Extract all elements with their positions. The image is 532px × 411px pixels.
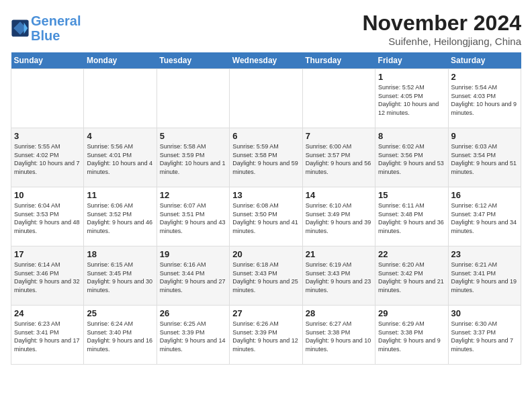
calendar-cell: 9Sunrise: 6:03 AM Sunset: 3:54 PM Daylig… bbox=[448, 128, 521, 187]
weekday-header-row: SundayMondayTuesdayWednesdayThursdayFrid… bbox=[11, 52, 521, 69]
day-number: 14 bbox=[306, 190, 372, 200]
calendar-cell bbox=[302, 69, 375, 128]
day-number: 6 bbox=[232, 131, 299, 141]
day-number: 28 bbox=[306, 308, 372, 318]
calendar-cell: 4Sunrise: 5:56 AM Sunset: 4:01 PM Daylig… bbox=[84, 128, 157, 187]
day-detail: Sunrise: 6:27 AM Sunset: 3:38 PM Dayligh… bbox=[306, 320, 372, 353]
day-number: 18 bbox=[87, 249, 153, 259]
calendar-table: SundayMondayTuesdayWednesdayThursdayFrid… bbox=[11, 52, 521, 365]
calendar-week-row: 1Sunrise: 5:52 AM Sunset: 4:05 PM Daylig… bbox=[11, 69, 521, 128]
calendar-cell bbox=[157, 69, 229, 128]
day-detail: Sunrise: 6:26 AM Sunset: 3:39 PM Dayligh… bbox=[232, 320, 299, 353]
day-detail: Sunrise: 6:29 AM Sunset: 3:38 PM Dayligh… bbox=[378, 320, 445, 353]
title-block: November 2024 Suifenhe, Heilongjiang, Ch… bbox=[362, 11, 521, 47]
logo-line2: Blue bbox=[31, 28, 60, 43]
calendar-cell: 12Sunrise: 6:07 AM Sunset: 3:51 PM Dayli… bbox=[157, 187, 229, 246]
day-detail: Sunrise: 5:54 AM Sunset: 4:03 PM Dayligh… bbox=[451, 83, 518, 117]
day-detail: Sunrise: 6:12 AM Sunset: 3:47 PM Dayligh… bbox=[451, 201, 518, 235]
day-detail: Sunrise: 6:20 AM Sunset: 3:42 PM Dayligh… bbox=[378, 261, 445, 294]
day-number: 21 bbox=[306, 249, 372, 259]
calendar-cell: 22Sunrise: 6:20 AM Sunset: 3:42 PM Dayli… bbox=[375, 246, 448, 306]
day-detail: Sunrise: 6:16 AM Sunset: 3:44 PM Dayligh… bbox=[160, 261, 226, 294]
day-number: 4 bbox=[87, 131, 153, 141]
calendar-body: 1Sunrise: 5:52 AM Sunset: 4:05 PM Daylig… bbox=[11, 69, 521, 365]
calendar-cell: 29Sunrise: 6:29 AM Sunset: 3:38 PM Dayli… bbox=[375, 306, 448, 365]
day-detail: Sunrise: 6:11 AM Sunset: 3:48 PM Dayligh… bbox=[378, 201, 445, 235]
calendar-week-row: 24Sunrise: 6:23 AM Sunset: 3:41 PM Dayli… bbox=[11, 306, 521, 365]
day-detail: Sunrise: 6:07 AM Sunset: 3:51 PM Dayligh… bbox=[160, 201, 226, 235]
calendar-cell: 27Sunrise: 6:26 AM Sunset: 3:39 PM Dayli… bbox=[230, 306, 302, 365]
day-detail: Sunrise: 6:15 AM Sunset: 3:45 PM Dayligh… bbox=[87, 261, 153, 294]
calendar-cell: 16Sunrise: 6:12 AM Sunset: 3:47 PM Dayli… bbox=[448, 187, 521, 246]
day-number: 12 bbox=[160, 190, 226, 200]
day-detail: Sunrise: 6:08 AM Sunset: 3:50 PM Dayligh… bbox=[232, 201, 299, 235]
month-year-title: November 2024 bbox=[362, 11, 521, 36]
day-number: 7 bbox=[306, 131, 372, 141]
weekday-header-cell: Thursday bbox=[302, 52, 375, 69]
calendar-week-row: 17Sunrise: 6:14 AM Sunset: 3:46 PM Dayli… bbox=[11, 246, 521, 306]
day-detail: Sunrise: 6:06 AM Sunset: 3:52 PM Dayligh… bbox=[87, 201, 153, 235]
weekday-header-cell: Tuesday bbox=[157, 52, 229, 69]
calendar-cell: 13Sunrise: 6:08 AM Sunset: 3:50 PM Dayli… bbox=[230, 187, 302, 246]
calendar-cell bbox=[84, 69, 157, 128]
calendar-cell: 7Sunrise: 6:00 AM Sunset: 3:57 PM Daylig… bbox=[302, 128, 375, 187]
day-number: 19 bbox=[160, 249, 226, 259]
calendar-cell: 15Sunrise: 6:11 AM Sunset: 3:48 PM Dayli… bbox=[375, 187, 448, 246]
day-number: 20 bbox=[232, 249, 299, 259]
weekday-header-cell: Sunday bbox=[11, 52, 84, 69]
day-detail: Sunrise: 6:30 AM Sunset: 3:37 PM Dayligh… bbox=[451, 320, 518, 353]
location-subtitle: Suifenhe, Heilongjiang, China bbox=[362, 36, 521, 47]
day-detail: Sunrise: 5:55 AM Sunset: 4:02 PM Dayligh… bbox=[14, 142, 81, 176]
day-number: 10 bbox=[14, 190, 81, 200]
day-number: 13 bbox=[232, 190, 299, 200]
day-number: 30 bbox=[451, 308, 518, 318]
day-detail: Sunrise: 6:03 AM Sunset: 3:54 PM Dayligh… bbox=[451, 142, 518, 176]
calendar-cell: 28Sunrise: 6:27 AM Sunset: 3:38 PM Dayli… bbox=[302, 306, 375, 365]
calendar-cell: 23Sunrise: 6:21 AM Sunset: 3:41 PM Dayli… bbox=[448, 246, 521, 306]
day-detail: Sunrise: 5:58 AM Sunset: 3:59 PM Dayligh… bbox=[160, 142, 226, 176]
calendar-cell: 10Sunrise: 6:04 AM Sunset: 3:53 PM Dayli… bbox=[11, 187, 84, 246]
day-detail: Sunrise: 6:04 AM Sunset: 3:53 PM Dayligh… bbox=[14, 201, 81, 235]
day-detail: Sunrise: 6:21 AM Sunset: 3:41 PM Dayligh… bbox=[451, 261, 518, 294]
day-number: 25 bbox=[87, 308, 153, 318]
logo-line1: General bbox=[31, 13, 81, 28]
calendar-week-row: 3Sunrise: 5:55 AM Sunset: 4:02 PM Daylig… bbox=[11, 128, 521, 187]
calendar-cell: 17Sunrise: 6:14 AM Sunset: 3:46 PM Dayli… bbox=[11, 246, 84, 306]
day-number: 16 bbox=[451, 190, 518, 200]
day-detail: Sunrise: 6:10 AM Sunset: 3:49 PM Dayligh… bbox=[306, 201, 372, 235]
calendar-cell: 24Sunrise: 6:23 AM Sunset: 3:41 PM Dayli… bbox=[11, 306, 84, 365]
calendar-cell: 26Sunrise: 6:25 AM Sunset: 3:39 PM Dayli… bbox=[157, 306, 229, 365]
weekday-header-cell: Saturday bbox=[448, 52, 521, 69]
calendar-cell: 2Sunrise: 5:54 AM Sunset: 4:03 PM Daylig… bbox=[448, 69, 521, 128]
day-number: 26 bbox=[160, 308, 226, 318]
day-detail: Sunrise: 6:25 AM Sunset: 3:39 PM Dayligh… bbox=[160, 320, 226, 353]
day-number: 5 bbox=[160, 131, 226, 141]
calendar-cell bbox=[230, 69, 302, 128]
weekday-header-cell: Friday bbox=[375, 52, 448, 69]
day-detail: Sunrise: 6:00 AM Sunset: 3:57 PM Dayligh… bbox=[306, 142, 372, 176]
day-number: 15 bbox=[378, 190, 445, 200]
calendar-cell: 21Sunrise: 6:19 AM Sunset: 3:43 PM Dayli… bbox=[302, 246, 375, 306]
day-number: 1 bbox=[378, 72, 445, 82]
weekday-header-cell: Wednesday bbox=[230, 52, 302, 69]
day-number: 29 bbox=[378, 308, 445, 318]
day-number: 9 bbox=[451, 131, 518, 141]
calendar-week-row: 10Sunrise: 6:04 AM Sunset: 3:53 PM Dayli… bbox=[11, 187, 521, 246]
calendar-cell: 20Sunrise: 6:18 AM Sunset: 3:43 PM Dayli… bbox=[230, 246, 302, 306]
calendar-cell: 5Sunrise: 5:58 AM Sunset: 3:59 PM Daylig… bbox=[157, 128, 229, 187]
day-detail: Sunrise: 6:23 AM Sunset: 3:41 PM Dayligh… bbox=[14, 320, 81, 353]
day-detail: Sunrise: 5:59 AM Sunset: 3:58 PM Dayligh… bbox=[232, 142, 299, 176]
calendar-cell: 6Sunrise: 5:59 AM Sunset: 3:58 PM Daylig… bbox=[230, 128, 302, 187]
calendar-cell: 18Sunrise: 6:15 AM Sunset: 3:45 PM Dayli… bbox=[84, 246, 157, 306]
day-number: 22 bbox=[378, 249, 445, 259]
calendar-cell: 14Sunrise: 6:10 AM Sunset: 3:49 PM Dayli… bbox=[302, 187, 375, 246]
logo: General Blue bbox=[11, 13, 81, 43]
day-detail: Sunrise: 6:18 AM Sunset: 3:43 PM Dayligh… bbox=[232, 261, 299, 294]
day-number: 8 bbox=[378, 131, 445, 141]
page-header: General Blue November 2024 Suifenhe, Hei… bbox=[11, 11, 521, 47]
day-detail: Sunrise: 5:56 AM Sunset: 4:01 PM Dayligh… bbox=[87, 142, 153, 176]
calendar-cell: 8Sunrise: 6:02 AM Sunset: 3:56 PM Daylig… bbox=[375, 128, 448, 187]
calendar-cell bbox=[11, 69, 84, 128]
day-detail: Sunrise: 6:02 AM Sunset: 3:56 PM Dayligh… bbox=[378, 142, 445, 176]
calendar-cell: 25Sunrise: 6:24 AM Sunset: 3:40 PM Dayli… bbox=[84, 306, 157, 365]
